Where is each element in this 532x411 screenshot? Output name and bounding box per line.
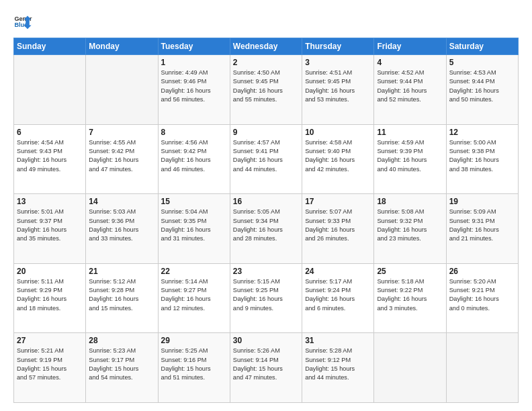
day-cell: 3Sunrise: 4:51 AM Sunset: 9:45 PM Daylig…	[302, 55, 374, 125]
day-cell: 7Sunrise: 4:55 AM Sunset: 9:42 PM Daylig…	[86, 124, 158, 194]
day-number: 27	[17, 336, 83, 345]
day-number: 2	[233, 58, 299, 67]
day-info: Sunrise: 5:09 AM Sunset: 9:31 PM Dayligh…	[449, 208, 515, 243]
weekday-sunday: Sunday	[14, 38, 86, 55]
day-info: Sunrise: 5:25 AM Sunset: 9:16 PM Dayligh…	[161, 347, 227, 382]
day-number: 5	[449, 58, 515, 67]
day-number: 24	[305, 267, 371, 276]
header: General Blue	[13, 12, 519, 31]
day-info: Sunrise: 5:01 AM Sunset: 9:37 PM Dayligh…	[17, 208, 83, 243]
day-cell: 16Sunrise: 5:05 AM Sunset: 9:34 PM Dayli…	[230, 194, 302, 264]
day-number: 23	[233, 267, 299, 276]
day-number: 1	[161, 58, 227, 67]
day-cell: 23Sunrise: 5:15 AM Sunset: 9:25 PM Dayli…	[230, 263, 302, 333]
day-cell: 26Sunrise: 5:20 AM Sunset: 9:21 PM Dayli…	[446, 263, 518, 333]
day-number: 10	[305, 128, 371, 137]
day-number: 3	[305, 58, 371, 67]
week-row-2: 13Sunrise: 5:01 AM Sunset: 9:37 PM Dayli…	[14, 194, 519, 264]
day-cell	[14, 55, 86, 125]
day-cell: 12Sunrise: 5:00 AM Sunset: 9:38 PM Dayli…	[446, 124, 518, 194]
day-cell: 31Sunrise: 5:28 AM Sunset: 9:12 PM Dayli…	[302, 333, 374, 403]
day-info: Sunrise: 5:23 AM Sunset: 9:17 PM Dayligh…	[89, 347, 154, 382]
weekday-tuesday: Tuesday	[158, 38, 230, 55]
week-row-1: 6Sunrise: 4:54 AM Sunset: 9:43 PM Daylig…	[14, 124, 519, 194]
day-cell: 22Sunrise: 5:14 AM Sunset: 9:27 PM Dayli…	[158, 263, 230, 333]
day-info: Sunrise: 5:12 AM Sunset: 9:28 PM Dayligh…	[89, 277, 154, 313]
day-cell: 11Sunrise: 4:59 AM Sunset: 9:39 PM Dayli…	[374, 124, 446, 194]
day-number: 21	[89, 267, 154, 276]
day-cell: 8Sunrise: 4:56 AM Sunset: 9:42 PM Daylig…	[158, 124, 230, 194]
day-number: 14	[89, 197, 154, 206]
logo: General Blue	[13, 12, 32, 31]
day-number: 28	[89, 336, 154, 345]
day-cell: 27Sunrise: 5:21 AM Sunset: 9:19 PM Dayli…	[14, 333, 86, 403]
day-cell: 20Sunrise: 5:11 AM Sunset: 9:29 PM Dayli…	[14, 263, 86, 333]
day-info: Sunrise: 4:52 AM Sunset: 9:44 PM Dayligh…	[377, 68, 443, 104]
day-number: 16	[233, 197, 299, 206]
day-info: Sunrise: 5:18 AM Sunset: 9:22 PM Dayligh…	[377, 277, 443, 313]
day-cell: 9Sunrise: 4:57 AM Sunset: 9:41 PM Daylig…	[230, 124, 302, 194]
day-info: Sunrise: 4:58 AM Sunset: 9:40 PM Dayligh…	[305, 138, 371, 174]
day-info: Sunrise: 5:17 AM Sunset: 9:24 PM Dayligh…	[305, 277, 371, 313]
weekday-header-row: SundayMondayTuesdayWednesdayThursdayFrid…	[14, 38, 519, 55]
day-info: Sunrise: 4:51 AM Sunset: 9:45 PM Dayligh…	[305, 68, 371, 104]
day-info: Sunrise: 5:03 AM Sunset: 9:36 PM Dayligh…	[89, 208, 154, 243]
day-number: 12	[449, 128, 515, 137]
day-info: Sunrise: 5:15 AM Sunset: 9:25 PM Dayligh…	[233, 277, 299, 313]
day-cell: 15Sunrise: 5:04 AM Sunset: 9:35 PM Dayli…	[158, 194, 230, 264]
day-number: 20	[17, 267, 83, 276]
day-info: Sunrise: 4:54 AM Sunset: 9:43 PM Dayligh…	[17, 138, 83, 174]
day-number: 17	[305, 197, 371, 206]
day-info: Sunrise: 5:00 AM Sunset: 9:38 PM Dayligh…	[449, 138, 515, 174]
svg-text:Blue: Blue	[14, 21, 28, 28]
day-cell: 2Sunrise: 4:50 AM Sunset: 9:45 PM Daylig…	[230, 55, 302, 125]
day-info: Sunrise: 5:05 AM Sunset: 9:34 PM Dayligh…	[233, 208, 299, 243]
weekday-monday: Monday	[86, 38, 158, 55]
day-info: Sunrise: 4:53 AM Sunset: 9:44 PM Dayligh…	[449, 68, 515, 104]
day-info: Sunrise: 4:57 AM Sunset: 9:41 PM Dayligh…	[233, 138, 299, 174]
day-info: Sunrise: 5:11 AM Sunset: 9:29 PM Dayligh…	[17, 277, 83, 313]
page: General Blue SundayMondayTuesdayWednesda…	[0, 0, 532, 411]
day-cell: 10Sunrise: 4:58 AM Sunset: 9:40 PM Dayli…	[302, 124, 374, 194]
day-number: 26	[449, 267, 515, 276]
day-info: Sunrise: 5:21 AM Sunset: 9:19 PM Dayligh…	[17, 347, 83, 382]
day-cell: 4Sunrise: 4:52 AM Sunset: 9:44 PM Daylig…	[374, 55, 446, 125]
logo-icon: General Blue	[13, 12, 32, 31]
day-info: Sunrise: 4:55 AM Sunset: 9:42 PM Dayligh…	[89, 138, 154, 174]
day-info: Sunrise: 5:20 AM Sunset: 9:21 PM Dayligh…	[449, 277, 515, 313]
week-row-3: 20Sunrise: 5:11 AM Sunset: 9:29 PM Dayli…	[14, 263, 519, 333]
calendar-table: SundayMondayTuesdayWednesdayThursdayFrid…	[13, 38, 519, 403]
day-cell: 13Sunrise: 5:01 AM Sunset: 9:37 PM Dayli…	[14, 194, 86, 264]
day-cell: 25Sunrise: 5:18 AM Sunset: 9:22 PM Dayli…	[374, 263, 446, 333]
day-cell: 5Sunrise: 4:53 AM Sunset: 9:44 PM Daylig…	[446, 55, 518, 125]
day-number: 7	[89, 128, 154, 137]
weekday-wednesday: Wednesday	[230, 38, 302, 55]
day-number: 30	[233, 336, 299, 345]
day-number: 9	[233, 128, 299, 137]
weekday-thursday: Thursday	[302, 38, 374, 55]
day-number: 22	[161, 267, 227, 276]
day-info: Sunrise: 5:04 AM Sunset: 9:35 PM Dayligh…	[161, 208, 227, 243]
day-number: 25	[377, 267, 443, 276]
day-cell	[374, 333, 446, 403]
day-info: Sunrise: 4:49 AM Sunset: 9:46 PM Dayligh…	[161, 68, 227, 104]
day-number: 4	[377, 58, 443, 67]
day-number: 19	[449, 197, 515, 206]
day-info: Sunrise: 4:50 AM Sunset: 9:45 PM Dayligh…	[233, 68, 299, 104]
day-cell	[446, 333, 518, 403]
week-row-0: 1Sunrise: 4:49 AM Sunset: 9:46 PM Daylig…	[14, 55, 519, 125]
day-info: Sunrise: 5:28 AM Sunset: 9:12 PM Dayligh…	[305, 347, 371, 382]
day-info: Sunrise: 5:26 AM Sunset: 9:14 PM Dayligh…	[233, 347, 299, 382]
day-number: 15	[161, 197, 227, 206]
day-cell: 30Sunrise: 5:26 AM Sunset: 9:14 PM Dayli…	[230, 333, 302, 403]
day-info: Sunrise: 5:08 AM Sunset: 9:32 PM Dayligh…	[377, 208, 443, 243]
day-number: 31	[305, 336, 371, 345]
day-info: Sunrise: 5:14 AM Sunset: 9:27 PM Dayligh…	[161, 277, 227, 313]
day-cell	[86, 55, 158, 125]
day-cell: 28Sunrise: 5:23 AM Sunset: 9:17 PM Dayli…	[86, 333, 158, 403]
day-number: 13	[17, 197, 83, 206]
weekday-saturday: Saturday	[446, 38, 518, 55]
day-info: Sunrise: 4:56 AM Sunset: 9:42 PM Dayligh…	[161, 138, 227, 174]
day-number: 29	[161, 336, 227, 345]
day-number: 18	[377, 197, 443, 206]
